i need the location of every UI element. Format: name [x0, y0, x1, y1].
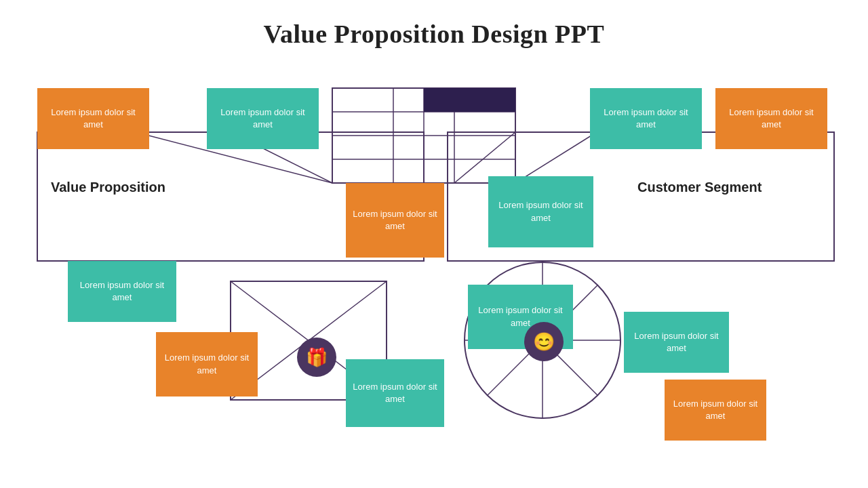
svg-line-14 [515, 132, 597, 183]
box-top-second-left: Lorem ipsum dolor sit amet [207, 88, 319, 149]
box-center-right: Lorem ipsum dolor sit amet [488, 176, 593, 247]
face-icon: 😊 [533, 331, 555, 352]
box-top-second-right: Lorem ipsum dolor sit amet [590, 88, 702, 149]
box-right-lower-right-bottom: Lorem ipsum dolor sit amet [665, 380, 766, 441]
value-proposition-label: Value Proposition [51, 180, 165, 195]
box-top-far-right: Lorem ipsum dolor sit amet [715, 88, 827, 149]
customer-segment-label: Customer Segment [637, 180, 762, 195]
face-icon-circle: 😊 [524, 322, 564, 361]
box-center-bottom: Lorem ipsum dolor sit amet [346, 359, 444, 427]
box-left-bottom: Lorem ipsum dolor sit amet [68, 261, 176, 322]
svg-line-13 [454, 132, 515, 183]
box-center-left: Lorem ipsum dolor sit amet [346, 183, 444, 258]
box-top-far-left: Lorem ipsum dolor sit amet [37, 88, 149, 149]
gift-icon-circle: 🎁 [297, 338, 336, 377]
svg-rect-9 [424, 88, 454, 112]
gift-icon: 🎁 [306, 347, 328, 368]
box-left-lower: Lorem ipsum dolor sit amet [156, 332, 258, 396]
svg-rect-10 [454, 88, 515, 112]
box-right-lower-right-top: Lorem ipsum dolor sit amet [624, 312, 729, 373]
